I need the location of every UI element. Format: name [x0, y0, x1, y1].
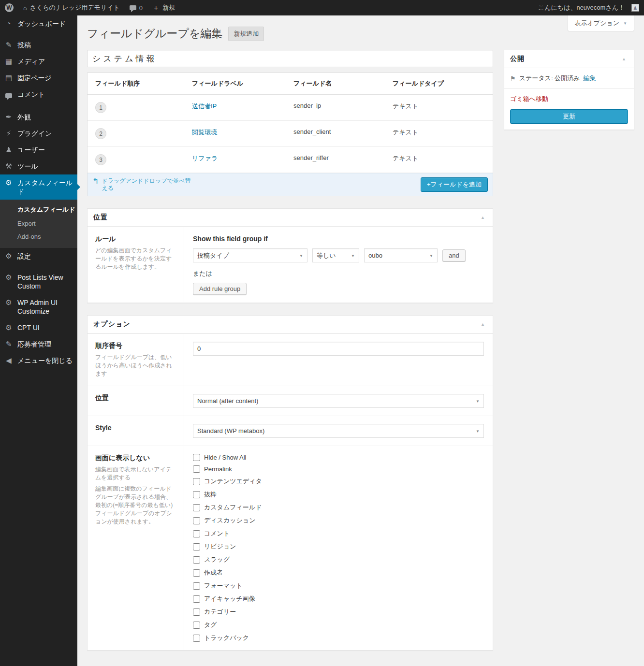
hide-option-checkbox[interactable] [193, 491, 200, 498]
rule-param-select[interactable]: 投稿タイプ [193, 248, 307, 262]
sidebar-item-posts[interactable]: ✎ 投稿 [0, 37, 77, 53]
hide-option[interactable]: コンテンツエディタ [193, 477, 484, 486]
collapse-toggle-icon[interactable]: ▲ [479, 214, 487, 221]
add-new-button[interactable]: 新規追加 [228, 27, 264, 41]
sidebar-item-pages[interactable]: ▤ 固定ページ [0, 70, 77, 86]
sidebar-item-wp-admin-ui-customize[interactable]: ⚙ WP Admin UI Customize [0, 294, 77, 319]
move-to-trash-link[interactable]: ゴミ箱へ移動 [504, 89, 554, 103]
collapse-toggle-icon[interactable]: ▲ [479, 321, 487, 328]
sidebar-item-appearance[interactable]: ✒ 外観 [0, 109, 77, 125]
drag-order-handle[interactable]: 1 [95, 102, 106, 113]
add-rule-group-button[interactable]: Add rule group [193, 283, 247, 295]
column-header-type: フィールドタイプ [385, 73, 493, 94]
rule-value-select[interactable]: oubo [364, 248, 438, 262]
sidebar-item-label: プラグイン [17, 129, 75, 138]
hide-option-checkbox[interactable] [193, 465, 200, 473]
hide-option[interactable]: ディスカッション [193, 516, 484, 525]
field-row[interactable]: 3 リファラ sender_riffer テキスト [88, 147, 493, 173]
rule-operator-select[interactable]: 等しい [312, 248, 359, 262]
hide-option[interactable]: リビジョン [193, 542, 484, 551]
title-row: フィールドグループを編集 新規追加 [87, 26, 634, 41]
edit-status-link[interactable]: 編集 [583, 74, 596, 83]
sidebar-item-tools[interactable]: ⚒ ツール [0, 158, 77, 174]
sidebar-item-label: 応募者管理 [17, 340, 75, 348]
sidebar-item-applicants[interactable]: ✎ 応募者管理 [0, 336, 77, 352]
hide-option-checkbox[interactable] [193, 582, 200, 590]
submenu-item-export[interactable]: Export [0, 217, 77, 230]
hide-option[interactable]: 抜粋 [193, 490, 484, 499]
my-account-menu[interactable]: こんにちは、neuvecomさん！ ♟ [533, 0, 644, 15]
sidebar-item-custom-fields[interactable]: ⚙ カスタムフィールド [0, 174, 77, 200]
hide-option-label: リビジョン [204, 542, 236, 551]
sidebar-item-post-lists-view-custom[interactable]: ⚙ Post Lists View Custom [0, 269, 77, 294]
status-icon: ⚑ [510, 75, 516, 82]
field-row[interactable]: 2 閲覧環境 sender_client テキスト [88, 121, 493, 147]
new-content-menu[interactable]: ＋ 新規 [147, 0, 180, 15]
hide-option[interactable]: 作成者 [193, 568, 484, 577]
field-row[interactable]: 1 送信者IP sender_ip テキスト [88, 95, 493, 121]
hide-option-checkbox[interactable] [193, 517, 200, 524]
field-label-link[interactable]: リファラ [192, 155, 218, 162]
collapse-toggle-icon[interactable]: ▲ [620, 56, 628, 62]
submenu-item-addons[interactable]: Add-ons [0, 230, 77, 243]
hide-option[interactable]: カテゴリー [193, 608, 484, 616]
admin-bar: W ⌂ さくらのナレッジ用デモサイト 0 ＋ 新規 こんにちは、neuvecom… [0, 0, 644, 15]
submenu-item-custom-fields[interactable]: カスタムフィールド [0, 203, 77, 217]
reorder-hint-link[interactable]: ↰ ドラッグアンドドロップで並べ替える [92, 177, 194, 192]
hide-option[interactable]: Permalink [193, 465, 484, 473]
sidebar-item-settings[interactable]: ⚙ 設定 [0, 248, 77, 264]
field-group-title-input[interactable] [87, 50, 493, 67]
hide-option[interactable]: トラックバック [193, 634, 484, 642]
hide-option-checkbox[interactable] [193, 504, 200, 511]
options-metabox-title: オプション [93, 320, 131, 329]
order-number-input[interactable] [193, 342, 484, 356]
drag-order-handle[interactable]: 3 [95, 154, 106, 165]
location-metabox: 位置 ▲ ルール どの編集画面でカスタムフィールドを表示するかを決定するルールを… [87, 208, 493, 303]
drag-order-handle[interactable]: 2 [95, 128, 106, 139]
hide-option-checkbox[interactable] [193, 478, 200, 485]
hide-option[interactable]: Hide / Show All [193, 454, 484, 461]
sidebar-item-media[interactable]: ▦ メディア [0, 53, 77, 70]
field-label-link[interactable]: 送信者IP [192, 102, 217, 110]
hide-option-checkbox[interactable] [193, 530, 200, 537]
position-select[interactable]: Normal (after content) [193, 394, 484, 408]
main-column: フィールド順序 フィールドラベル フィールド名 フィールドタイプ 1 送信者IP… [87, 50, 493, 651]
pages-icon: ▤ [4, 73, 14, 82]
hide-option-checkbox[interactable] [193, 543, 200, 550]
screen-options-button[interactable]: 表示オプション ▼ [568, 15, 634, 31]
site-name-menu[interactable]: ⌂ さくらのナレッジ用デモサイト [18, 0, 125, 15]
hide-option-checkbox[interactable] [193, 608, 200, 616]
hide-option[interactable]: タグ [193, 621, 484, 629]
hide-option-label: Permalink [204, 465, 232, 473]
hide-option-checkbox[interactable] [193, 569, 200, 577]
rules-description: どの編集画面でカスタムフィールドを表示するかを決定するルールを作成します。 [95, 246, 176, 271]
update-button[interactable]: 更新 [510, 109, 628, 124]
hide-option[interactable]: コメント [193, 529, 484, 538]
and-rule-button[interactable]: and [442, 249, 466, 261]
gear-icon: ⚙ [4, 273, 14, 282]
hide-option-checkbox[interactable] [193, 595, 200, 603]
hide-option-checkbox[interactable] [193, 635, 200, 642]
style-select[interactable]: Standard (WP metabox) [193, 424, 484, 438]
field-label-link[interactable]: 閲覧環境 [192, 129, 217, 136]
dashboard-icon: ◔ [4, 19, 14, 28]
hide-option[interactable]: スラッグ [193, 555, 484, 564]
hide-option-checkbox[interactable] [193, 454, 200, 461]
hide-option[interactable]: フォーマット [193, 581, 484, 590]
hide-option[interactable]: カスタムフィールド [193, 503, 484, 512]
sidebar-item-collapse-menu[interactable]: ◀ メニューを閉じる [0, 352, 77, 369]
hide-option[interactable]: アイキャッチ画像 [193, 594, 484, 603]
comments-admin-bar-menu[interactable]: 0 [125, 0, 147, 15]
add-field-button[interactable]: +フィールドを追加 [421, 177, 488, 192]
sidebar-item-users[interactable]: ♟ ユーザー [0, 142, 77, 158]
hide-option-checkbox[interactable] [193, 556, 200, 564]
sidebar-item-plugins[interactable]: ⚡ プラグイン [0, 125, 77, 142]
page-title: フィールドグループを編集 [87, 26, 222, 41]
hide-option-checkbox[interactable] [193, 622, 200, 629]
show-if-label: Show this field group if [193, 235, 484, 243]
sidebar-item-comments[interactable]: コメント [0, 86, 77, 104]
sidebar-item-dashboard[interactable]: ◔ ダッシュボード [0, 15, 77, 32]
status-label: ステータス: 公開済み [519, 74, 580, 83]
wordpress-logo-menu[interactable]: W [0, 0, 18, 15]
sidebar-item-cpt-ui[interactable]: ⚙ CPT UI [0, 319, 77, 336]
